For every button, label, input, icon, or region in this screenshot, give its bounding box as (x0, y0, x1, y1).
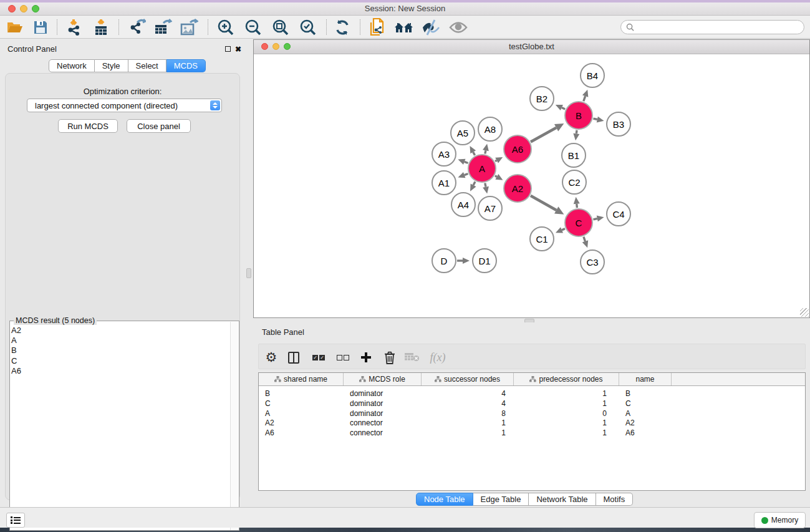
close-panel-button[interactable]: Close panel (127, 119, 191, 133)
task-history-button[interactable] (6, 513, 25, 528)
tab-node-table[interactable]: Node Table (416, 493, 473, 506)
maximize-network-button[interactable] (284, 43, 291, 50)
export-table-icon[interactable] (153, 17, 173, 37)
show-columns-icon[interactable]: ✓✓ (309, 348, 328, 367)
graph-node-D[interactable]: D (432, 248, 456, 273)
table-cell[interactable]: 1 (514, 399, 607, 409)
import-table-icon[interactable] (91, 17, 111, 37)
table-cell[interactable]: dominator (350, 389, 422, 399)
delete-column-icon[interactable] (380, 348, 399, 367)
table-cell[interactable]: 1 (514, 389, 607, 399)
network-canvas[interactable]: B4B2BB3A8A5A6A3B1AC2A1A2A4A7C4CC1C3DD1 (254, 54, 809, 317)
graph-node-A4[interactable]: A4 (451, 192, 476, 217)
close-panel-icon[interactable]: ✖ (235, 46, 241, 53)
graph-node-A1[interactable]: A1 (432, 170, 456, 195)
graph-node-A[interactable]: A (468, 154, 496, 183)
table-cell[interactable]: 1 (422, 418, 506, 428)
graph-node-A2[interactable]: A2 (503, 174, 532, 203)
graph-node-A7[interactable]: A7 (478, 196, 503, 221)
column-header-name[interactable]: name (619, 373, 672, 385)
table-cell[interactable]: 0 (514, 409, 607, 418)
table-cell[interactable]: B (265, 389, 344, 399)
graph-node-B3[interactable]: B3 (606, 112, 631, 137)
column-header-predecessor-nodes[interactable]: predecessor nodes (514, 373, 619, 385)
zoom-fit-icon[interactable] (271, 17, 291, 37)
table-cell[interactable]: 1 (514, 428, 607, 438)
close-network-button[interactable] (261, 43, 268, 50)
export-network-icon[interactable] (127, 17, 147, 37)
table-cell[interactable]: 8 (422, 409, 506, 418)
table-cell[interactable]: A (625, 409, 672, 418)
graph-edge-A-A5[interactable] (473, 152, 475, 155)
graph-edge-A-A6[interactable] (495, 160, 497, 161)
graph-node-C4[interactable]: C4 (606, 201, 631, 226)
graph-node-A3[interactable]: A3 (432, 142, 456, 167)
mcds-result-list[interactable]: A2ABCA6 (11, 326, 21, 376)
table-cell[interactable]: connector (350, 418, 422, 428)
show-graphics-icon[interactable] (448, 17, 468, 37)
minimize-network-button[interactable] (272, 43, 279, 50)
table-cell[interactable]: C (625, 399, 672, 409)
graph-edge-C-C4[interactable] (593, 218, 597, 219)
table-cell[interactable]: dominator (350, 409, 422, 418)
table-cell[interactable]: A (265, 409, 344, 418)
graph-edge-A-A1[interactable] (465, 173, 468, 175)
graph-node-B1[interactable]: B1 (561, 143, 586, 168)
graph-edge-B-B2[interactable] (562, 108, 565, 109)
table-cell[interactable]: A2 (265, 418, 344, 428)
run-mcds-button[interactable]: Run MCDS (58, 119, 118, 133)
new-network-from-selection-icon[interactable] (367, 17, 387, 37)
cybrowser-icon[interactable] (394, 17, 414, 37)
tab-style[interactable]: Style (95, 59, 128, 72)
add-column-icon[interactable] (357, 348, 375, 367)
table-cell[interactable]: 1 (422, 428, 506, 438)
table-cell[interactable]: 4 (422, 389, 506, 399)
tab-select[interactable]: Select (128, 59, 166, 72)
graph-node-B4[interactable]: B4 (580, 63, 605, 88)
tab-edge-table[interactable]: Edge Table (473, 493, 529, 506)
graph-node-A8[interactable]: A8 (478, 117, 503, 142)
graph-edge-A-A4[interactable] (473, 181, 475, 185)
column-header-successor-nodes[interactable]: successor nodes (422, 373, 514, 385)
tab-mcds[interactable]: MCDS (166, 59, 206, 72)
search-field[interactable] (620, 20, 804, 34)
graph-node-B[interactable]: B (564, 101, 593, 130)
graph-node-A5[interactable]: A5 (450, 120, 475, 145)
save-session-icon[interactable] (31, 17, 51, 37)
table-cell[interactable]: A2 (625, 418, 672, 428)
graph-node-A6[interactable]: A6 (503, 135, 532, 163)
graph-node-B2[interactable]: B2 (529, 86, 554, 111)
search-input[interactable] (637, 23, 804, 32)
graph-node-C3[interactable]: C3 (580, 249, 605, 274)
optimization-criterion-select[interactable]: largest connected component (directed) (27, 99, 222, 112)
table-cell[interactable]: C (265, 399, 344, 409)
tab-network-table[interactable]: Network Table (529, 493, 595, 506)
graph-edge-B-B4[interactable] (584, 96, 586, 101)
close-window-button[interactable] (8, 5, 16, 12)
graph-edge-C-C3[interactable] (584, 237, 586, 241)
mcds-result-item[interactable]: B (11, 346, 21, 355)
float-panel-icon[interactable] (225, 46, 231, 52)
export-image-icon[interactable] (179, 17, 199, 37)
table-cell[interactable]: 4 (422, 399, 506, 409)
graph-edge-A-A2[interactable] (495, 176, 497, 177)
table-settings-icon[interactable]: ⚙ (262, 348, 281, 367)
column-header-MCDS-role[interactable]: MCDS role (344, 373, 422, 385)
table-cell[interactable]: A6 (625, 428, 672, 438)
table-cell[interactable]: dominator (350, 399, 422, 409)
column-header-shared-name[interactable]: shared name (259, 373, 344, 385)
hide-columns-icon[interactable] (334, 348, 352, 367)
graph-edge-A2-C[interactable] (531, 196, 556, 210)
mcds-result-item[interactable]: C (11, 356, 21, 366)
graph-edge-B-B1[interactable] (576, 130, 577, 133)
node-table[interactable]: shared nameMCDS rolesuccessor nodesprede… (258, 372, 806, 491)
tab-motifs[interactable]: Motifs (596, 493, 634, 506)
function-builder-icon[interactable]: f(x) (428, 348, 447, 367)
mcds-result-item[interactable]: A6 (11, 366, 21, 376)
hide-graphics-icon[interactable] (421, 17, 441, 37)
graph-edge-A-A3[interactable] (465, 162, 468, 163)
table-cell[interactable]: connector (350, 428, 422, 438)
mcds-result-item[interactable]: A2 (11, 326, 21, 336)
import-network-icon[interactable] (64, 17, 84, 37)
table-cell[interactable]: B (625, 389, 672, 399)
